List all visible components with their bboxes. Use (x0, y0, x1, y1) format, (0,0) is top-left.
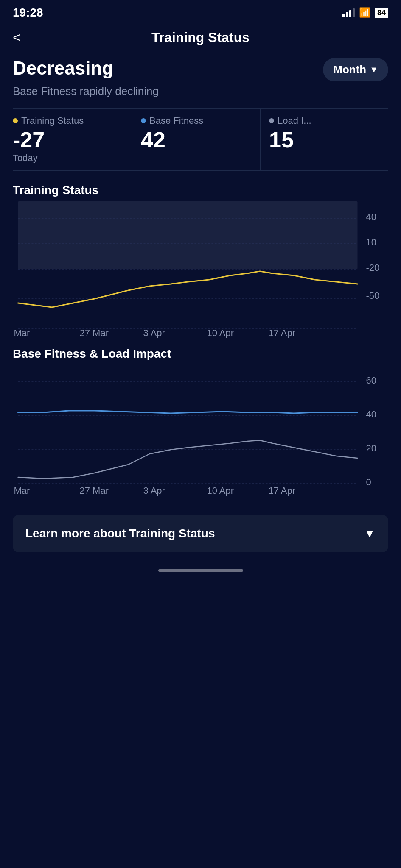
page-header: < Training Status (0, 23, 401, 54)
metric-label-fitness: Base Fitness (141, 115, 260, 126)
period-dropdown[interactable]: Month ▼ (323, 58, 388, 81)
period-label: Month (333, 63, 366, 76)
home-indicator (158, 569, 243, 572)
training-status-dot (13, 118, 18, 123)
svg-text:-50: -50 (366, 290, 380, 301)
status-subtitle: Base Fitness rapidly declining (13, 85, 388, 98)
metric-training-status: Training Status -27 Today (13, 108, 132, 170)
metric-label-text-load: Load I... (278, 115, 311, 126)
base-fitness-chart-section: Base Fitness & Load Impact 60 40 20 0 (13, 347, 388, 502)
time-display: 19:28 (13, 6, 43, 19)
page-title: Training Status (151, 30, 250, 45)
svg-text:60: 60 (366, 375, 376, 386)
metric-base-fitness: Base Fitness 42 (132, 108, 261, 170)
back-button[interactable]: < (13, 30, 21, 45)
training-status-svg: 40 10 -20 -50 Mar 27 Mar 3 Apr 10 Apr 17… (13, 201, 388, 337)
svg-text:0: 0 (366, 477, 371, 487)
metric-label-text-training: Training Status (21, 115, 84, 126)
svg-text:10 Apr: 10 Apr (207, 328, 234, 338)
main-content: Decreasing Month ▼ Base Fitness rapidly … (0, 54, 401, 556)
svg-text:Mar: Mar (14, 328, 30, 338)
status-icons: 📶 84 (342, 7, 388, 18)
metric-value-fitness: 42 (141, 129, 260, 151)
svg-text:10: 10 (366, 237, 376, 248)
svg-text:10 Apr: 10 Apr (207, 485, 234, 496)
learn-more-label: Learn more about Training Status (25, 527, 215, 540)
svg-text:3 Apr: 3 Apr (143, 328, 165, 338)
svg-text:27 Mar: 27 Mar (80, 328, 109, 338)
learn-more-button[interactable]: Learn more about Training Status ▼ (13, 515, 388, 552)
metric-label-training: Training Status (13, 115, 132, 126)
svg-text:20: 20 (366, 443, 376, 453)
base-fitness-svg: 60 40 20 0 Mar 27 Mar 3 Apr 10 Apr 17 Ap… (13, 365, 388, 501)
battery-indicator: 84 (375, 8, 388, 18)
load-impact-dot (269, 118, 274, 123)
metric-value-training: -27 (13, 129, 132, 151)
expand-icon: ▼ (364, 527, 376, 540)
training-status-chart-section: Training Status 40 10 -20 -50 (13, 184, 388, 339)
metric-load-impact: Load I... 15 (261, 108, 388, 170)
metric-label-text-fitness: Base Fitness (149, 115, 203, 126)
base-fitness-chart: 60 40 20 0 Mar 27 Mar 3 Apr 10 Apr 17 Ap… (13, 365, 388, 502)
chevron-down-icon: ▼ (370, 65, 378, 75)
svg-text:-20: -20 (366, 262, 380, 273)
top-row: Decreasing Month ▼ (13, 58, 388, 81)
training-status-chart-title: Training Status (13, 184, 388, 197)
svg-text:Mar: Mar (14, 485, 30, 496)
base-fitness-dot (141, 118, 146, 123)
svg-text:40: 40 (366, 211, 376, 222)
metric-value-load: 15 (269, 129, 388, 151)
metric-sub-training: Today (13, 153, 132, 164)
status-heading: Decreasing (13, 58, 113, 78)
svg-text:40: 40 (366, 409, 376, 420)
metric-label-load: Load I... (269, 115, 388, 126)
svg-rect-0 (18, 201, 358, 269)
metrics-row: Training Status -27 Today Base Fitness 4… (13, 108, 388, 171)
wifi-icon: 📶 (359, 7, 370, 18)
svg-text:27 Mar: 27 Mar (80, 485, 109, 496)
signal-icon (342, 8, 355, 17)
base-fitness-chart-title: Base Fitness & Load Impact (13, 347, 388, 361)
svg-text:3 Apr: 3 Apr (143, 485, 165, 496)
svg-text:17 Apr: 17 Apr (269, 485, 296, 496)
svg-text:17 Apr: 17 Apr (269, 328, 296, 338)
training-status-chart: 40 10 -20 -50 Mar 27 Mar 3 Apr 10 Apr 17… (13, 201, 388, 339)
status-bar: 19:28 📶 84 (0, 0, 401, 23)
